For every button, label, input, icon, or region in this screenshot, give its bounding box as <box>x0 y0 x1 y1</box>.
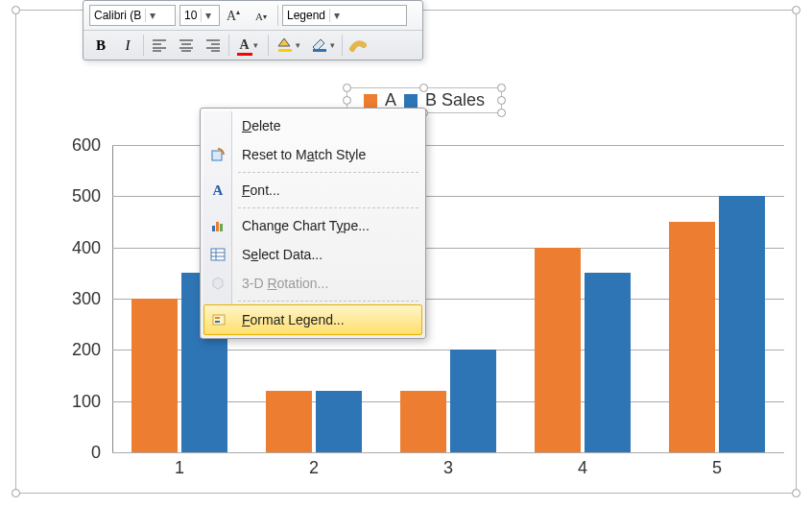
svg-rect-19 <box>212 151 222 160</box>
bar-series-0[interactable] <box>669 222 715 452</box>
font-name-combo[interactable]: Calibri (B ▾ <box>89 5 176 26</box>
font-icon: A <box>209 181 227 199</box>
legend-handle[interactable] <box>497 84 506 92</box>
legend-handle[interactable] <box>419 84 428 92</box>
shrink-font-button[interactable]: A▾ <box>250 4 275 27</box>
y-tick-label: 100 <box>64 391 101 411</box>
x-tick-label: 1 <box>112 458 247 478</box>
align-left-button[interactable] <box>147 34 172 57</box>
bar-series-0[interactable] <box>266 391 312 452</box>
menu-item-font[interactable]: A Font... <box>203 176 422 205</box>
align-right-button[interactable] <box>201 34 226 57</box>
bar-series-0[interactable] <box>535 248 581 452</box>
shape-outline-button[interactable]: ▾ <box>306 34 339 57</box>
font-name-value: Calibri (B <box>90 9 145 22</box>
x-tick-label: 4 <box>515 458 650 478</box>
x-tick-label: 5 <box>650 458 784 478</box>
menu-item-3d-rotation: 3-D Rotation... <box>203 269 422 298</box>
legend-handle[interactable] <box>497 96 506 105</box>
reset-style-icon <box>209 146 227 163</box>
menu-label: Reset to Match Style <box>242 147 366 162</box>
svg-rect-29 <box>215 317 220 319</box>
y-tick-label: 500 <box>64 186 101 206</box>
svg-marker-27 <box>213 278 223 289</box>
font-color-button[interactable]: A ▾ <box>232 34 265 57</box>
menu-item-delete[interactable]: Delete <box>203 111 422 140</box>
chevron-down-icon[interactable]: ▾ <box>145 9 158 22</box>
svg-marker-16 <box>278 38 290 46</box>
menu-label: Select Data... <box>242 247 322 262</box>
font-size-value: 10 <box>180 9 201 22</box>
bar-series-0[interactable] <box>400 391 446 452</box>
bar-series-1[interactable] <box>450 350 496 452</box>
svg-rect-28 <box>213 315 225 325</box>
shape-fill-button[interactable]: ▾ <box>272 34 304 57</box>
italic-button[interactable]: I <box>115 34 140 57</box>
chevron-down-icon[interactable]: ▾ <box>329 9 343 22</box>
menu-label: Delete <box>242 118 280 133</box>
y-tick-label: 0 <box>64 443 101 463</box>
chart-type-icon <box>209 217 227 234</box>
menu-label: Font... <box>242 182 280 198</box>
svg-rect-22 <box>220 224 223 231</box>
menu-label: Change Chart Type... <box>242 218 370 233</box>
svg-rect-17 <box>278 49 292 52</box>
y-tick-label: 600 <box>64 135 101 156</box>
select-data-icon <box>209 246 227 263</box>
grow-font-button[interactable]: A▴ <box>223 4 248 27</box>
legend-label-b: B Sales <box>425 90 485 110</box>
chart-handle[interactable] <box>12 6 20 14</box>
svg-rect-20 <box>212 226 215 231</box>
y-tick-label: 200 <box>64 340 101 360</box>
gridline <box>112 452 784 453</box>
y-tick-label: 400 <box>64 237 101 257</box>
menu-item-reset[interactable]: Reset to Match Style <box>203 140 422 169</box>
bold-button[interactable]: B <box>88 34 113 57</box>
chart-handle[interactable] <box>12 489 20 497</box>
bar-series-1[interactable] <box>719 196 765 452</box>
menu-item-format-legend[interactable]: Format Legend... <box>203 304 422 335</box>
svg-text:A: A <box>255 11 263 22</box>
chart-element-combo[interactable]: Legend ▾ <box>282 5 407 26</box>
legend-context-menu[interactable]: Delete Reset to Match Style A Font... Ch… <box>200 108 426 339</box>
mini-format-toolbar[interactable]: Calibri (B ▾ 10 ▾ A▴ A▾ Legend ▾ B I A <box>83 0 423 60</box>
font-size-combo[interactable]: 10 ▾ <box>179 5 220 26</box>
x-tick-label: 3 <box>381 458 515 478</box>
svg-rect-30 <box>215 321 220 323</box>
menu-item-change-chart-type[interactable]: Change Chart Type... <box>203 211 422 240</box>
legend-handle[interactable] <box>343 96 351 105</box>
x-tick-label: 2 <box>247 458 381 478</box>
rotation-3d-icon <box>209 275 227 292</box>
legend-handle[interactable] <box>343 84 351 92</box>
chart-element-value: Legend <box>283 9 329 22</box>
y-tick-label: 300 <box>64 289 101 309</box>
svg-rect-18 <box>313 49 326 52</box>
align-center-button[interactable] <box>174 34 199 57</box>
chevron-down-icon[interactable]: ▾ <box>201 9 214 22</box>
chart-handle[interactable] <box>792 489 800 497</box>
format-legend-icon <box>210 311 227 328</box>
chart-handle[interactable] <box>792 6 800 14</box>
menu-label: 3-D Rotation... <box>242 276 328 291</box>
bar-series-0[interactable] <box>131 299 178 452</box>
svg-text:▾: ▾ <box>263 12 267 21</box>
shape-effects-button[interactable] <box>346 34 370 57</box>
bar-series-1[interactable] <box>316 391 362 452</box>
legend-handle[interactable] <box>497 109 506 117</box>
menu-label: Format Legend... <box>242 312 345 327</box>
svg-text:▴: ▴ <box>236 8 240 16</box>
legend-swatch-b <box>404 94 418 108</box>
svg-rect-23 <box>211 249 225 260</box>
bar-series-1[interactable] <box>585 273 631 452</box>
menu-item-select-data[interactable]: Select Data... <box>203 240 422 269</box>
svg-rect-21 <box>216 222 219 231</box>
legend-swatch-a <box>364 94 377 108</box>
